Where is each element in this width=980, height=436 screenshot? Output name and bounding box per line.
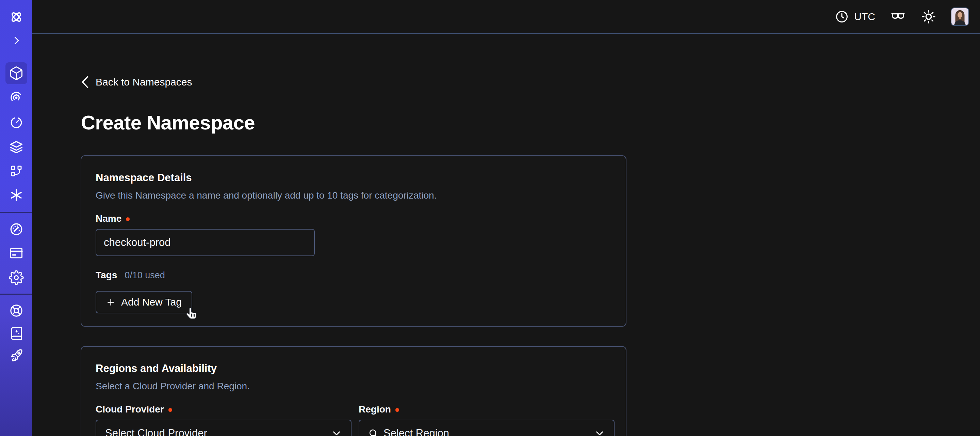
card-subtitle: Select a Cloud Provider and Region. — [95, 381, 250, 392]
required-indicator — [126, 217, 130, 221]
sidebar-divider — [0, 212, 32, 213]
region-placeholder: Select Region — [383, 427, 449, 436]
tags-counter: 0/10 used — [124, 270, 165, 281]
chevron-down-icon — [594, 428, 605, 436]
name-field-label: Name — [95, 213, 130, 224]
sun-icon — [921, 9, 937, 24]
tags-label-row: Tags 0/10 used — [95, 270, 165, 281]
user-avatar[interactable] — [951, 8, 969, 26]
sidebar-item-namespaces[interactable] — [5, 62, 27, 84]
region-select[interactable]: Select Region — [359, 420, 614, 436]
cloud-provider-label: Cloud Provider — [95, 404, 352, 415]
avatar-photo — [951, 8, 969, 25]
getting-started-rocket-icon — [9, 348, 24, 363]
namespaces-cube-icon — [9, 66, 24, 81]
sidebar-item-nexus[interactable] — [5, 184, 27, 206]
card-title: Namespace Details — [95, 172, 192, 184]
sidebar-divider — [0, 294, 32, 295]
plus-icon — [106, 298, 115, 307]
glasses-icon — [889, 8, 907, 25]
regions-availability-card: Regions and Availability Select a Cloud … — [81, 346, 627, 436]
sidebar-item-deployments[interactable] — [5, 160, 27, 182]
schedules-timer-icon — [9, 115, 24, 130]
deployments-branch-icon — [9, 164, 24, 178]
card-subtitle: Give this Namespace a name and optionall… — [95, 190, 437, 201]
temporal-logo-icon — [8, 9, 24, 25]
accessibility-button[interactable] — [889, 8, 907, 25]
batch-layers-icon — [9, 140, 24, 155]
search-icon — [368, 428, 379, 436]
nexus-asterisk-icon — [9, 188, 24, 203]
workflows-spiral-icon — [9, 90, 24, 105]
namespace-details-card: Namespace Details Give this Namespace a … — [81, 155, 627, 327]
cloud-provider-field: Cloud Provider Select Cloud Provider — [95, 404, 352, 436]
namespace-name-input[interactable] — [95, 229, 315, 256]
chevron-down-icon — [331, 428, 342, 436]
add-tag-label: Add New Tag — [121, 296, 182, 308]
tags-label: Tags — [95, 270, 117, 281]
topbar: UTC — [32, 0, 980, 34]
sidebar-item-getting-started[interactable] — [5, 345, 27, 367]
card-title: Regions and Availability — [95, 363, 217, 375]
cloud-provider-label-text: Cloud Provider — [95, 404, 164, 415]
name-label-text: Name — [95, 213, 121, 224]
sidebar-item-workflows[interactable] — [5, 87, 27, 109]
chevron-left-icon — [81, 75, 89, 89]
theme-toggle-button[interactable] — [921, 9, 937, 24]
billing-card-icon — [9, 246, 24, 260]
sidebar — [0, 0, 32, 436]
region-fields: Cloud Provider Select Cloud Provider Reg… — [95, 404, 614, 436]
sidebar-expand-button[interactable] — [5, 30, 27, 51]
clock-icon — [835, 10, 849, 24]
temporal-logo — [5, 6, 27, 28]
cloud-provider-placeholder: Select Cloud Provider — [105, 427, 207, 436]
cloud-provider-select[interactable]: Select Cloud Provider — [95, 420, 352, 436]
docs-book-icon — [9, 326, 24, 341]
add-new-tag-button[interactable]: Add New Tag — [95, 291, 192, 313]
required-indicator — [169, 408, 172, 412]
sidebar-item-schedules[interactable] — [5, 112, 27, 134]
page-title: Create Namespace — [81, 111, 255, 134]
sidebar-item-settings[interactable] — [5, 267, 27, 289]
region-field: Region Select Region — [359, 404, 614, 436]
sidebar-item-usage[interactable] — [5, 218, 27, 240]
sidebar-item-billing[interactable] — [5, 242, 27, 264]
chevron-right-icon — [10, 34, 22, 47]
region-label: Region — [359, 404, 614, 415]
support-lifebuoy-icon — [9, 303, 24, 318]
required-indicator — [395, 408, 399, 412]
back-link-label: Back to Namespaces — [95, 76, 192, 88]
sidebar-item-batch-operations[interactable] — [5, 136, 27, 158]
timezone-selector[interactable]: UTC — [835, 10, 875, 24]
create-namespace-page: { "topbar": { "timezone": "UTC", "icons"… — [0, 0, 980, 436]
sidebar-item-support[interactable] — [5, 300, 27, 321]
region-label-text: Region — [359, 404, 391, 415]
timezone-label: UTC — [854, 11, 875, 22]
sidebar-item-docs[interactable] — [5, 322, 27, 344]
usage-gauge-icon — [9, 222, 24, 237]
settings-gear-icon — [9, 270, 24, 285]
back-to-namespaces-link[interactable]: Back to Namespaces — [81, 74, 192, 90]
